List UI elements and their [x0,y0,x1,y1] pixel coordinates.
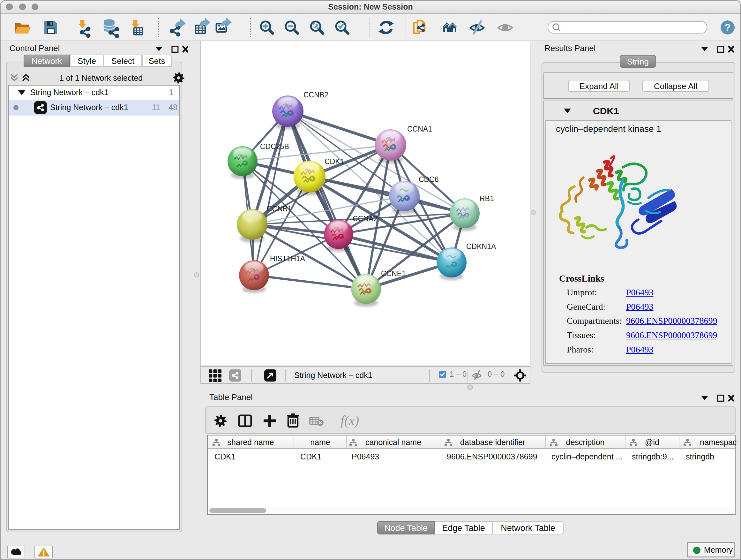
svg-text:CDC6: CDC6 [419,175,439,184]
svg-text:CCNB2: CCNB2 [304,91,328,99]
svg-text:CDC25B: CDC25B [260,142,289,151]
svg-text:0 – 0: 0 – 0 [488,370,504,378]
svg-text:CCNE1: CCNE1 [381,269,406,278]
svg-text:CCNA2: CCNA2 [353,214,378,223]
svg-text:CCNA1: CCNA1 [407,125,432,133]
svg-text:CDK1: CDK1 [325,158,344,166]
svg-text:RB1: RB1 [480,194,494,203]
svg-text:HIST1H1A: HIST1H1A [270,254,306,263]
svg-text:CCNB1: CCNB1 [267,205,292,213]
svg-text:1 – 0: 1 – 0 [450,370,467,378]
svg-text:?: ? [724,22,731,33]
svg-text:CDKN1A: CDKN1A [466,242,496,251]
svg-text:f(x): f(x) [340,413,359,428]
